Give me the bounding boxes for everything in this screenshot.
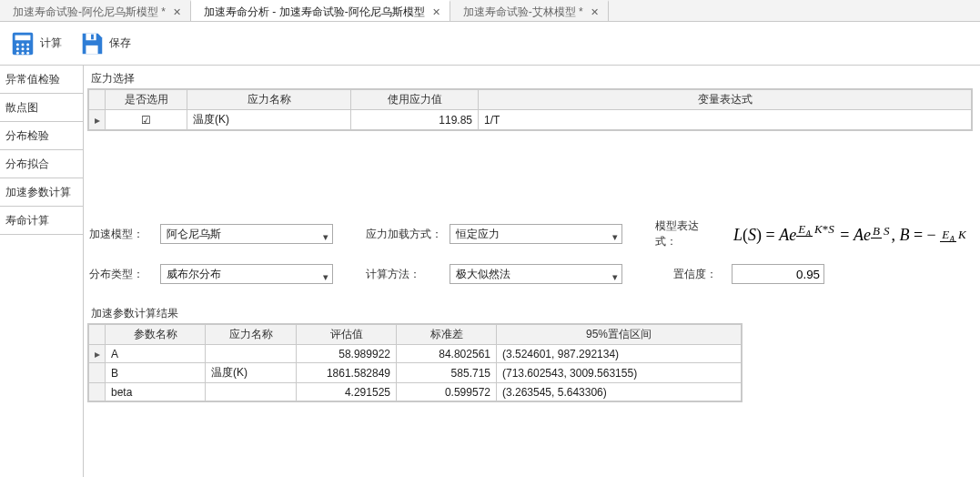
stress-value[interactable]: 119.85 [351, 110, 479, 130]
results-title: 加速参数计算结果 [87, 304, 973, 323]
svg-point-2 [16, 43, 19, 46]
tab-2-close-icon[interactable]: ✕ [589, 6, 601, 18]
svg-rect-12 [86, 45, 97, 53]
table-row[interactable]: ▸ A 58.989922 84.802561 (3.524601, 987.2… [89, 345, 742, 363]
dist-value: 威布尔分布 [167, 268, 221, 280]
chevron-down-icon: ▾ [612, 228, 618, 246]
sidebar: 异常值检验 散点图 分布检验 分布拟合 加速参数计算 寿命计算 [0, 66, 84, 477]
dist-combo[interactable]: 威布尔分布 ▾ [160, 264, 333, 284]
formula-label: 模型表达式： [655, 218, 719, 249]
svg-rect-1 [15, 35, 31, 40]
stress-h1: 应力名称 [187, 90, 351, 110]
table-row[interactable]: beta 4.291525 0.599572 (3.263545, 5.6433… [89, 383, 742, 401]
chevron-down-icon: ▾ [323, 228, 328, 246]
svg-point-7 [26, 47, 29, 50]
calc-label: 计算 [40, 36, 62, 51]
sidebar-item-accel[interactable]: 加速参数计算 [0, 178, 83, 207]
svg-point-3 [22, 43, 25, 46]
res-h3: 标准差 [397, 325, 497, 345]
stress-name[interactable]: 温度(K) [187, 110, 351, 130]
stress-selected[interactable]: ☑ [106, 110, 187, 130]
results-grid: 参数名称 应力名称 评估值 标准差 95%置信区间 ▸ A 58.989922 … [87, 323, 743, 402]
calculator-icon [9, 30, 36, 57]
method-combo[interactable]: 极大似然法 ▾ [450, 264, 622, 284]
stress-row[interactable]: ▸ ☑ 温度(K) 119.85 1/T [89, 110, 972, 130]
svg-rect-13 [91, 34, 94, 39]
save-button[interactable]: 保存 [78, 30, 131, 57]
model-label: 加速模型： [89, 227, 153, 242]
stress-grid: 是否选用 应力名称 使用应力值 变量表达式 ▸ ☑ 温度(K) 119.85 1… [87, 88, 973, 131]
save-icon [78, 30, 106, 57]
tab-bar: 加速寿命试验-阿伦尼乌斯模型 * ✕ 加速寿命分析 - 加速寿命试验-阿伦尼乌斯… [0, 0, 980, 22]
sidebar-item-outlier[interactable]: 异常值检验 [0, 66, 83, 94]
stress-h2: 使用应力值 [351, 90, 479, 110]
row-indicator-icon: ▸ [89, 345, 106, 363]
res-h0: 参数名称 [106, 325, 206, 345]
svg-point-10 [26, 51, 29, 54]
load-label: 应力加载方式： [366, 227, 442, 242]
tab-1[interactable]: 加速寿命分析 - 加速寿命试验-阿伦尼乌斯模型 ✕ [191, 0, 450, 21]
chevron-down-icon: ▾ [612, 268, 618, 286]
save-label: 保存 [109, 36, 131, 51]
table-row[interactable]: B 温度(K) 1861.582849 585.715 (713.602543,… [89, 363, 742, 383]
sidebar-item-disttest[interactable]: 分布检验 [0, 122, 83, 150]
tab-0-label: 加速寿命试验-阿伦尼乌斯模型 * [13, 5, 166, 20]
svg-point-9 [22, 51, 25, 54]
chevron-down-icon: ▾ [323, 268, 328, 286]
res-h1: 应力名称 [206, 325, 297, 345]
conf-label: 置信度： [673, 267, 724, 282]
tab-1-close-icon[interactable]: ✕ [430, 6, 442, 18]
sidebar-item-life[interactable]: 寿命计算 [0, 207, 83, 235]
svg-point-6 [22, 47, 25, 50]
sidebar-item-scatter[interactable]: 散点图 [0, 94, 83, 122]
load-value: 恒定应力 [456, 228, 500, 240]
res-h4: 95%置信区间 [497, 325, 742, 345]
tab-0[interactable]: 加速寿命试验-阿伦尼乌斯模型 * ✕ [0, 0, 191, 21]
main-panel: 应力选择 是否选用 应力名称 使用应力值 变量表达式 ▸ ☑ 温度(K) 119… [84, 66, 980, 477]
model-formula: L(S) = AeEAK*S = AeBS, B = − EAK [733, 223, 968, 245]
tab-2-label: 加速寿命试验-艾林模型 * [463, 5, 583, 20]
stress-expr[interactable]: 1/T [479, 110, 972, 130]
svg-point-8 [16, 51, 19, 54]
calc-button[interactable]: 计算 [9, 30, 62, 57]
dist-label: 分布类型： [89, 267, 153, 282]
method-value: 极大似然法 [456, 268, 510, 280]
method-label: 计算方法： [366, 267, 442, 282]
model-combo[interactable]: 阿仑尼乌斯 ▾ [160, 224, 333, 244]
toolbar: 计算 保存 [0, 22, 980, 66]
svg-point-4 [26, 43, 29, 46]
tab-0-close-icon[interactable]: ✕ [171, 6, 183, 18]
stress-title: 应力选择 [87, 69, 973, 88]
row-indicator-icon: ▸ [89, 110, 106, 130]
tab-1-label: 加速寿命分析 - 加速寿命试验-阿伦尼乌斯模型 [204, 5, 425, 20]
stress-h3: 变量表达式 [479, 90, 972, 110]
svg-point-5 [16, 47, 19, 50]
sidebar-item-distfit[interactable]: 分布拟合 [0, 150, 83, 178]
res-h2: 评估值 [297, 325, 397, 345]
model-value: 阿仑尼乌斯 [167, 228, 221, 240]
load-combo[interactable]: 恒定应力 ▾ [450, 224, 622, 244]
stress-h0: 是否选用 [106, 90, 187, 110]
tab-2[interactable]: 加速寿命试验-艾林模型 * ✕ [450, 0, 609, 21]
results-section: 加速参数计算结果 参数名称 应力名称 评估值 标准差 95%置信区间 [87, 304, 973, 402]
param-section: 加速模型： 阿仑尼乌斯 ▾ 应力加载方式： 恒定应力 ▾ 模型表达式： L(S)… [87, 213, 973, 304]
conf-input[interactable] [732, 264, 824, 284]
